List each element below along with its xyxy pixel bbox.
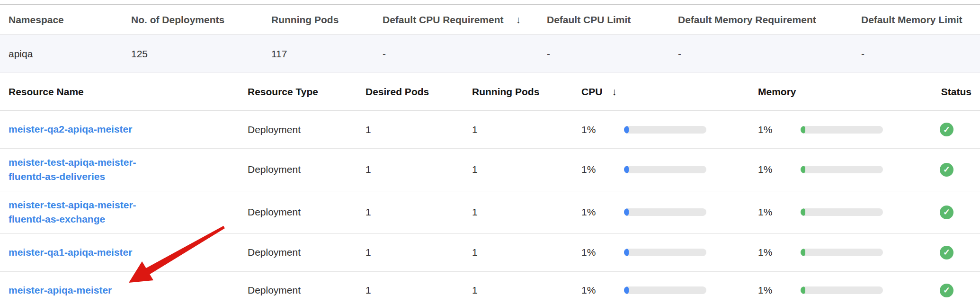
column-header-deployments[interactable]: No. of Deployments [131, 14, 271, 26]
cell-cpu-limit: - [547, 48, 678, 60]
cell-desired-pods: 1 [365, 247, 472, 258]
column-header-resource-type[interactable]: Resource Type [248, 86, 365, 98]
cell-memory: 1% [758, 247, 940, 258]
cell-cpu-requirement: - [383, 48, 547, 60]
cpu-usage-bar [624, 166, 706, 173]
column-header-running-pods[interactable]: Running Pods [271, 14, 383, 26]
table-row: meister-test-apiqa-meister-fluentd-as-ex… [0, 191, 980, 234]
memory-usage-bar [801, 126, 883, 134]
cell-memory: 1% [758, 124, 940, 135]
column-header-cpu-limit[interactable]: Default CPU Limit [547, 14, 678, 26]
cell-memory-limit: - [861, 48, 980, 60]
resource-link-arrow-target[interactable]: meister-apiqa-meister [9, 283, 112, 297]
cpu-percent: 1% [581, 164, 615, 175]
cell-status: ✓ [940, 123, 980, 136]
cell-resource-name: meister-qa1-apiqa-meister [9, 239, 248, 266]
cell-resource-name: meister-apiqa-meister [9, 277, 248, 304]
sort-descending-icon[interactable]: ↓ [516, 14, 521, 26]
cell-resource-type: Deployment [248, 285, 365, 296]
memory-percent: 1% [758, 285, 791, 296]
cell-cpu: 1% [581, 206, 758, 218]
status-healthy-check-icon: ✓ [940, 123, 953, 136]
column-header-cpu-requirement[interactable]: Default CPU Requirement↓ [383, 14, 547, 26]
cell-resource-type: Deployment [248, 164, 365, 175]
cpu-percent: 1% [581, 285, 615, 296]
table-row: meister-qa1-apiqa-meister Deployment 1 1… [0, 234, 980, 272]
cell-status: ✓ [940, 246, 980, 259]
column-header-cpu-requirement-label: Default CPU Requirement [383, 14, 504, 25]
column-header-memory-limit[interactable]: Default Memory Limit [861, 14, 980, 26]
resource-link[interactable]: meister-test-apiqa-meister-fluentd-as-ex… [9, 198, 165, 227]
cpu-usage-fill [624, 286, 629, 294]
memory-usage-fill [801, 166, 805, 173]
column-header-memory-requirement[interactable]: Default Memory Requirement [678, 14, 861, 26]
cell-resource-name: meister-test-apiqa-meister-fluentd-as-ex… [9, 191, 248, 233]
resource-link[interactable]: meister-qa2-apiqa-meister [9, 122, 132, 136]
memory-usage-bar [801, 166, 883, 173]
cell-cpu: 1% [581, 285, 758, 296]
cell-memory-requirement: - [678, 48, 861, 60]
cell-memory: 1% [758, 206, 940, 218]
memory-usage-fill [801, 126, 805, 134]
cpu-usage-fill [624, 126, 629, 134]
cell-memory: 1% [758, 285, 940, 296]
status-healthy-check-icon: ✓ [940, 206, 953, 219]
column-header-status[interactable]: Status [940, 86, 980, 98]
table-row: meister-apiqa-meister Deployment 1 1 1% … [0, 272, 980, 304]
memory-usage-bar [801, 286, 883, 294]
cpu-usage-bar [624, 208, 706, 216]
memory-usage-bar [801, 249, 883, 256]
table-row: meister-qa2-apiqa-meister Deployment 1 1… [0, 111, 980, 149]
resource-table-header: Resource Name Resource Type Desired Pods… [0, 73, 980, 111]
cell-cpu: 1% [581, 164, 758, 175]
cell-running-pods: 1 [472, 285, 581, 296]
cell-status: ✓ [940, 206, 980, 219]
resource-link[interactable]: meister-test-apiqa-meister-fluentd-as-de… [9, 155, 165, 184]
column-header-desired-pods[interactable]: Desired Pods [365, 86, 472, 98]
cell-deployments: 125 [131, 48, 271, 60]
namespace-row-apiqa[interactable]: apiqa 125 117 - - - - [0, 35, 980, 73]
sort-descending-icon[interactable]: ↓ [612, 86, 617, 98]
namespace-table-header: Namespace No. of Deployments Running Pod… [0, 4, 980, 35]
column-header-cpu-label: CPU [581, 86, 602, 97]
cpu-usage-bar [624, 249, 706, 256]
table-row: meister-test-apiqa-meister-fluentd-as-de… [0, 149, 980, 191]
memory-percent: 1% [758, 206, 791, 218]
cell-running-pods: 1 [472, 247, 581, 258]
cell-cpu: 1% [581, 124, 758, 135]
cpu-usage-fill [624, 249, 629, 256]
column-header-memory[interactable]: Memory [758, 86, 940, 98]
cell-status: ✓ [940, 284, 980, 297]
resource-link[interactable]: meister-qa1-apiqa-meister [9, 245, 132, 259]
status-healthy-check-icon: ✓ [940, 284, 953, 297]
cell-memory: 1% [758, 164, 940, 175]
cell-desired-pods: 1 [365, 206, 472, 218]
cell-namespace: apiqa [9, 48, 131, 60]
cell-resource-type: Deployment [248, 124, 365, 135]
cell-resource-type: Deployment [248, 206, 365, 218]
cell-cpu: 1% [581, 247, 758, 258]
cpu-percent: 1% [581, 206, 615, 218]
cell-running-pods: 1 [472, 206, 581, 218]
cpu-usage-bar [624, 126, 706, 134]
cell-resource-name: meister-test-apiqa-meister-fluentd-as-de… [9, 149, 248, 191]
column-header-running-pods[interactable]: Running Pods [472, 86, 581, 98]
cpu-percent: 1% [581, 247, 615, 258]
cell-resource-type: Deployment [248, 247, 365, 258]
memory-percent: 1% [758, 164, 791, 175]
memory-percent: 1% [758, 247, 791, 258]
cell-running-pods: 117 [271, 48, 383, 60]
memory-percent: 1% [758, 124, 791, 135]
column-header-cpu[interactable]: CPU↓ [581, 86, 758, 98]
status-healthy-check-icon: ✓ [940, 163, 953, 177]
column-header-namespace[interactable]: Namespace [9, 14, 131, 26]
cpu-usage-bar [624, 286, 706, 294]
cell-running-pods: 1 [472, 164, 581, 175]
status-healthy-check-icon: ✓ [940, 246, 953, 259]
memory-usage-bar [801, 208, 883, 216]
cpu-percent: 1% [581, 124, 615, 135]
cell-resource-name: meister-qa2-apiqa-meister [9, 116, 248, 143]
namespace-detail-page: Namespace No. of Deployments Running Pod… [0, 0, 980, 304]
cpu-usage-fill [624, 208, 629, 216]
column-header-resource-name[interactable]: Resource Name [9, 86, 248, 98]
